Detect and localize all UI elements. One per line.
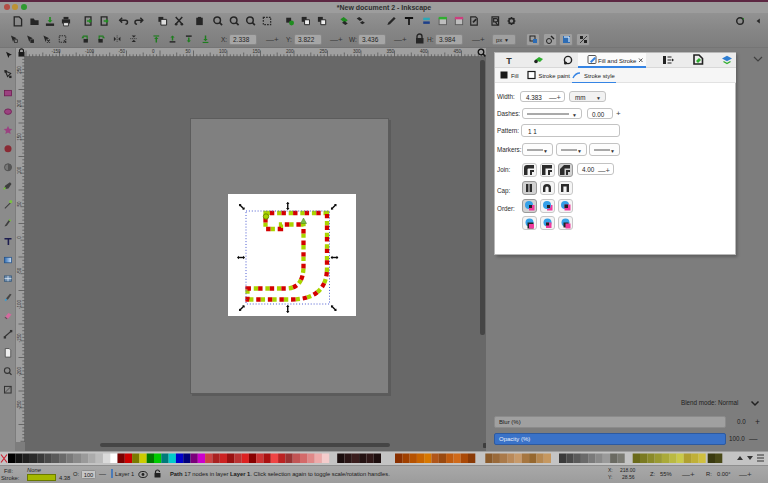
svg-text:300: 300 — [353, 49, 361, 54]
svg-text:50: 50 — [17, 201, 22, 207]
svg-text:-50: -50 — [17, 267, 22, 274]
svg-text:-150: -150 — [51, 49, 61, 54]
svg-text:-50: -50 — [118, 49, 125, 54]
svg-text:150: 150 — [252, 49, 260, 54]
svg-text:250: 250 — [319, 49, 327, 54]
svg-text:100: 100 — [219, 49, 227, 54]
svg-text:-150: -150 — [17, 333, 22, 343]
svg-text:150: 150 — [17, 133, 22, 141]
svg-text:Stroke paint: Stroke paint — [539, 73, 571, 79]
svg-text:450: 450 — [453, 49, 461, 54]
svg-text:T: T — [506, 56, 512, 66]
svg-text:Fill and Stroke: Fill and Stroke — [598, 58, 637, 64]
svg-text:-250: -250 — [17, 400, 22, 410]
svg-text:350: 350 — [386, 49, 394, 54]
svg-text:-100: -100 — [85, 49, 95, 54]
svg-text:-200: -200 — [17, 366, 22, 376]
svg-text:200: 200 — [17, 99, 22, 107]
svg-text:Stroke style: Stroke style — [584, 73, 615, 79]
svg-text:250: 250 — [17, 66, 22, 74]
svg-text:200: 200 — [286, 49, 294, 54]
svg-text:0: 0 — [17, 236, 22, 239]
svg-text:50: 50 — [185, 49, 191, 54]
svg-text:-100: -100 — [17, 299, 22, 309]
svg-text:400: 400 — [420, 49, 428, 54]
svg-text:Fill: Fill — [511, 73, 519, 79]
svg-text:0: 0 — [152, 49, 155, 54]
svg-text:100: 100 — [17, 166, 22, 174]
